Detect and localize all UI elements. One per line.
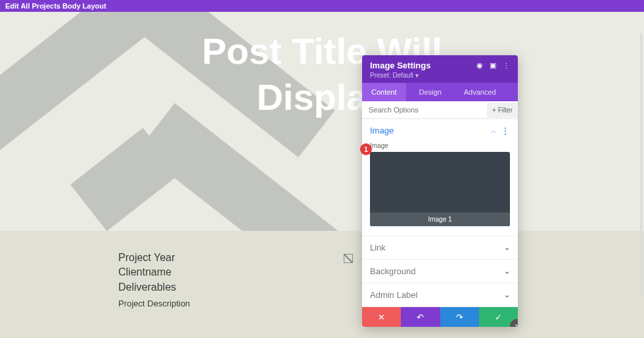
bg-shape <box>138 103 361 231</box>
expand-icon[interactable]: ▣ <box>490 61 496 70</box>
broken-image-icon <box>344 254 353 263</box>
section-link: Link ⌄ <box>362 236 518 260</box>
chevron-down-icon: ⌄ <box>504 243 510 252</box>
chevron-down-icon: ⌄ <box>504 267 510 276</box>
chevron-down-icon: ▾ <box>415 72 419 79</box>
scrollbar[interactable] <box>640 33 643 296</box>
top-bar-title: Edit All Projects Body Layout <box>5 2 106 10</box>
preset-selector[interactable]: Preset: Default ▾ <box>370 72 510 79</box>
top-bar: Edit All Projects Body Layout <box>0 0 644 12</box>
chevron-up-icon: ︿ <box>490 126 497 135</box>
section-admin-label: Admin Label ⌄ <box>362 283 518 307</box>
section-background: Background ⌄ <box>362 260 518 283</box>
search-input[interactable] <box>362 101 487 118</box>
undo-icon: ↶ <box>417 312 424 322</box>
check-icon: ✓ <box>495 312 502 322</box>
cancel-button[interactable]: ✕ <box>362 307 401 327</box>
section-image-toggle[interactable]: Image ︿ ⋮ <box>362 119 518 142</box>
project-meta-block: Project Year Clientname Deliverables Pro… <box>0 231 644 308</box>
tab-design[interactable]: Design <box>410 83 451 101</box>
image-settings-panel[interactable]: Image Settings ◉ ▣ ⋮ Preset: Default ▾ C… <box>362 55 518 327</box>
panel-title: Image Settings <box>370 60 430 70</box>
filter-button[interactable]: + Filter <box>487 103 518 118</box>
tab-advanced[interactable]: Advanced <box>455 83 505 101</box>
search-row: + Filter <box>362 101 518 119</box>
section-image: Image ︿ ⋮ Image Image 1 <box>362 119 518 236</box>
panel-tabs: Content Design Advanced <box>362 83 518 101</box>
tab-content[interactable]: Content <box>362 83 406 101</box>
redo-icon: ↷ <box>456 312 463 322</box>
image-preview-caption: Image 1 <box>370 212 510 226</box>
close-icon: ✕ <box>378 312 385 322</box>
image-preview-body <box>370 152 510 212</box>
more-icon[interactable]: ⋮ <box>503 63 510 68</box>
section-link-toggle[interactable]: Link ⌄ <box>362 236 518 259</box>
hero-area: Post Title Will Display <box>0 12 644 231</box>
section-background-toggle[interactable]: Background ⌄ <box>362 260 518 283</box>
image-upload-area[interactable]: Image 1 <box>370 152 510 226</box>
annotation-badge-1: 1 <box>360 143 372 155</box>
section-admin-label-toggle[interactable]: Admin Label ⌄ <box>362 283 518 306</box>
undo-button[interactable]: ↶ <box>401 307 440 327</box>
help-icon[interactable]: ◉ <box>476 61 483 70</box>
image-field-label: Image <box>362 142 518 152</box>
panel-header[interactable]: Image Settings ◉ ▣ ⋮ Preset: Default ▾ <box>362 55 518 83</box>
section-more-icon[interactable]: ⋮ <box>501 128 510 133</box>
panel-footer: ✕ ↶ ↷ ✓ <box>362 307 518 327</box>
plus-icon: + <box>492 107 496 114</box>
redo-button[interactable]: ↷ <box>440 307 479 327</box>
chevron-down-icon: ⌄ <box>504 291 510 299</box>
